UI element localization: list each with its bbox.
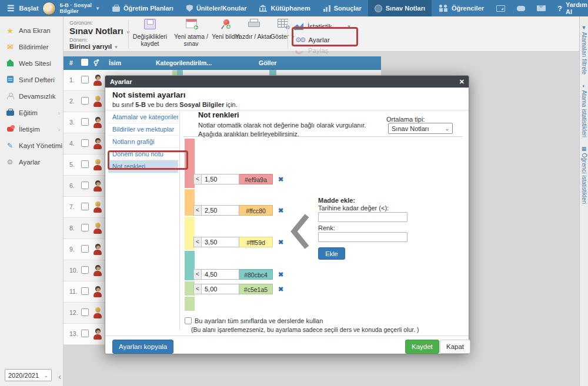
delete-icon[interactable]: ✖ [278,207,283,214]
mail-button[interactable] [531,0,552,16]
student-avatar[interactable] [93,75,102,86]
apply-all-checkbox[interactable] [185,317,192,324]
color-hex-box[interactable]: #fff59d [239,237,273,247]
average-type-select[interactable]: Sınav Notları ⌄ [388,123,453,134]
share-menu-item[interactable]: Paylaş [295,47,329,54]
nav-item-sinav-notlari[interactable]: Sınav Notları [368,0,432,16]
sidebar-collapse-arrow[interactable]: ‹ [58,371,61,381]
color-hex-box[interactable]: #80cbc4 [239,269,273,280]
col-header-category[interactable]: Kategorilendirilm... [156,59,212,66]
class-selector[interactable]: 5-B · Sosyal Bilgiler [60,2,92,14]
save-button[interactable]: Kaydet [405,340,439,354]
col-header-num[interactable]: # [69,59,73,66]
sidebar-item-iletisim[interactable]: İletişim › [0,121,63,137]
close-button[interactable]: Kapat [440,340,470,354]
delete-icon[interactable]: ✖ [278,176,283,183]
nav-item-sonuclar[interactable]: Sonuçlar [317,0,368,16]
delete-icon[interactable]: ✖ [278,271,283,278]
sidebar-item-egitim[interactable]: Eğitim › [0,105,63,121]
sidebar-item-bildirimler[interactable]: ✉ Bildirimler [0,39,63,55]
sidebar-item-web-sitesi[interactable]: Web Sitesi [0,55,63,72]
start-menu[interactable]: ☰ Başlat [0,4,39,13]
save-changes-button[interactable]: Değişiklikleri kaydet [131,19,169,47]
row-checkbox[interactable] [81,139,89,147]
row-checkbox[interactable] [81,308,89,316]
app-logo[interactable] [42,2,56,15]
row-checkbox[interactable] [81,330,89,337]
student-avatar[interactable] [93,244,102,255]
help-button[interactable]: ? Yardım Al [552,1,588,15]
school-year-select[interactable]: 2020/2021 ⌄ [5,369,52,381]
student-avatar[interactable] [93,138,102,149]
threshold-input[interactable]: 4,50 [202,269,239,280]
hamburger-icon[interactable]: ☰ [7,4,15,13]
student-avatar[interactable] [93,286,102,297]
term-dropdown[interactable]: Birinci yarıyıl ▼ [69,43,131,50]
student-avatar[interactable] [93,328,102,340]
statistics-menu-item[interactable]: İstatistik ▼ [294,23,351,30]
row-checkbox[interactable] [81,160,89,168]
row-checkbox[interactable] [81,97,89,105]
sidebar-item-devamsizlik[interactable]: Devamsızlık [0,88,63,105]
add-button[interactable]: Ekle [318,247,345,260]
close-icon[interactable]: ✕ [459,76,465,88]
row-checkbox[interactable] [81,224,89,231]
less-than-label: < [193,269,202,280]
chat-button[interactable] [511,0,531,16]
nav-item-uniteler-konular[interactable]: Üniteler/Konular [180,0,253,16]
threshold-input[interactable]: 1,50 [202,174,239,184]
row-checkbox[interactable] [81,76,89,83]
color-value-input[interactable] [318,232,407,242]
student-avatar[interactable] [93,307,102,318]
student-avatar[interactable] [93,96,102,107]
nav-item-kutuphanem[interactable]: Kütüphanem [253,0,316,16]
row-checkbox[interactable] [81,287,89,295]
nav-item-ogretim-planlari[interactable]: Öğretim Planları [106,0,180,16]
col-header-name[interactable]: İsim [109,59,121,66]
view-dropdown[interactable]: Sınav Notları ▼ [69,26,131,36]
student-avatar[interactable] [93,159,102,170]
student-avatar[interactable] [93,180,102,192]
color-hex-box[interactable]: #c5e1a5 [239,284,273,294]
student-avatar[interactable] [93,117,102,128]
sidebar-item-sinif-defteri[interactable]: Sınıf Defteri [0,72,63,88]
row-checkbox[interactable] [81,203,89,210]
row-checkbox[interactable] [81,182,89,189]
copy-settings-button[interactable]: Ayarları kopyala [112,340,173,354]
row-checkbox[interactable] [81,118,89,126]
sidebar-item-kayit-yonetimi[interactable]: ✎ Kayıt Yönetimi [0,137,63,154]
delete-icon[interactable]: ✖ [278,239,283,246]
col-header-goller[interactable]: Göller [259,59,276,66]
modal-nav-atamalar[interactable]: Atamalar ve kategoriler [108,111,178,123]
filter-assignments-tab[interactable]: ▼ Atamaları filtrele [581,25,587,75]
chevron-down-icon[interactable]: ▼ [95,6,100,11]
student-avatar[interactable] [93,265,102,276]
col-header-gender[interactable]: ⚥ [93,59,99,66]
select-all-checkbox[interactable] [81,59,88,66]
threshold-value-input[interactable] [318,212,407,222]
modal-nav-not-renkleri[interactable]: Not renkleri [108,160,178,173]
row-checkbox[interactable] [81,245,89,253]
modal-titlebar[interactable]: Ayarlar ✕ [105,76,469,88]
student-stats-tab[interactable]: ▦ Öğrenci istatistikleri [581,146,587,204]
nav-item-ogrenciler[interactable]: Öğrenciler [432,0,490,16]
sidebar-item-ayarlar[interactable]: ⚙ Ayarlar [0,154,63,170]
settings-menu-item[interactable]: ⚙⚙ Ayarlar [295,36,330,44]
student-avatar[interactable] [93,202,102,213]
modal-nav-notlarin-grafigi[interactable]: Notların grafiği [108,136,178,148]
row-checkbox[interactable] [81,266,89,274]
modal-nav-donem-sonu[interactable]: Dönem sonu notu [108,148,178,160]
color-hex-box[interactable]: #ffcc80 [239,205,273,216]
new-assignment-button[interactable]: Yeni atama / sınav [172,19,211,47]
top-navbar: ☰ Başlat 5-B · Sosyal Bilgiler ▼ Öğretim… [0,0,588,16]
student-avatar[interactable] [93,223,102,234]
threshold-input[interactable]: 5,00 [202,284,239,294]
assignment-stats-tab[interactable]: ◐ Atama istatistikleri [581,83,587,137]
color-hex-box[interactable]: #ef9a9a [239,174,273,184]
threshold-input[interactable]: 3,50 [202,237,239,247]
modal-nav-bildiriler[interactable]: Bildiriler ve mektuplar [108,123,178,136]
threshold-input[interactable]: 2,50 [202,205,239,216]
delete-icon[interactable]: ✖ [278,286,283,293]
present-button[interactable] [490,0,511,16]
sidebar-item-ana-ekran[interactable]: ★ Ana Ekran [0,22,63,39]
